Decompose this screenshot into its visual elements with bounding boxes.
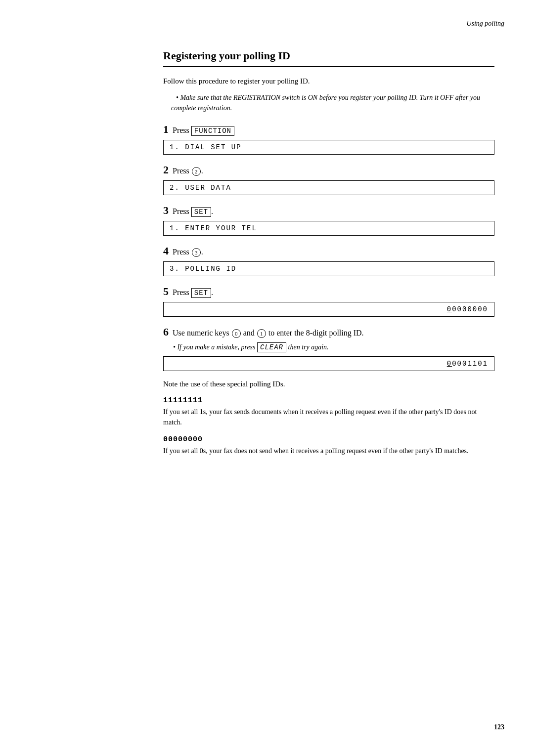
- step-5: 5 Press SET. 00000000: [163, 285, 494, 317]
- step-6-display: 00001101: [163, 356, 494, 371]
- special-ids-note: Note the use of these special polling ID…: [163, 380, 494, 388]
- registration-note: • Make sure that the REGISTRATION switch…: [171, 92, 494, 113]
- clear-key: CLEAR: [257, 342, 286, 352]
- page-title: Registering your polling ID: [163, 49, 494, 67]
- circle-2: 2: [192, 167, 201, 176]
- step-1: 1 Press FUNCTION 1. DIAL SET UP: [163, 123, 494, 155]
- special-ids-section: 11111111 If you set all 1s, your fax sen…: [163, 396, 494, 456]
- page-container: Using polling Registering your polling I…: [0, 0, 534, 756]
- step-6: 6 Use numeric keys 0 and 1 to enter the …: [163, 326, 494, 371]
- step-4-display-wrapper: 3. POLLING ID: [163, 261, 494, 276]
- step-3: 3 Press SET. 1. ENTER YOUR TEL: [163, 204, 494, 236]
- step-1-text: Press FUNCTION: [173, 126, 234, 136]
- step-1-number: 1: [163, 123, 169, 136]
- special-id-1-title: 11111111: [163, 396, 494, 405]
- step-1-header: 1 Press FUNCTION: [163, 123, 494, 136]
- content-area: Registering your polling ID Follow this …: [163, 20, 494, 456]
- step-1-display: 1. DIAL SET UP: [163, 140, 494, 155]
- step-4-header: 4 Press 3.: [163, 245, 494, 257]
- step-2-display: 2. USER DATA: [163, 180, 494, 195]
- step-2-display-wrapper: 2. USER DATA: [163, 180, 494, 195]
- step-1-display-wrapper: 1. DIAL SET UP: [163, 140, 494, 155]
- step-4-number: 4: [163, 245, 169, 257]
- circle-3: 3: [192, 248, 201, 257]
- special-id-1: 11111111 If you set all 1s, your fax sen…: [163, 396, 494, 427]
- step-4-display: 3. POLLING ID: [163, 261, 494, 276]
- step-4-text: Press 3.: [173, 248, 203, 257]
- section-title: Using polling: [466, 20, 504, 27]
- step-3-header: 3 Press SET.: [163, 204, 494, 217]
- step-2: 2 Press 2. 2. USER DATA: [163, 164, 494, 195]
- special-id-2: 00000000 If you set all 0s, your fax doe…: [163, 435, 494, 456]
- step-5-text: Press SET.: [173, 288, 213, 298]
- step-5-display: 00000000: [163, 302, 494, 317]
- step-6-subnote: • If you make a mistake, press CLEAR the…: [173, 342, 494, 352]
- step-3-display-wrapper: 1. ENTER YOUR TEL: [163, 221, 494, 236]
- set-key-3: SET: [191, 207, 211, 217]
- step-3-display: 1. ENTER YOUR TEL: [163, 221, 494, 236]
- special-id-1-desc: If you set all 1s, your fax sends docume…: [163, 407, 494, 427]
- step-3-number: 3: [163, 204, 169, 217]
- step-2-header: 2 Press 2.: [163, 164, 494, 176]
- step-2-number: 2: [163, 164, 169, 176]
- step-6-display-wrapper: 00001101: [163, 356, 494, 371]
- special-id-2-desc: If you set all 0s, your fax does not sen…: [163, 446, 494, 456]
- step-3-text: Press SET.: [173, 207, 213, 217]
- circle-0: 0: [232, 329, 241, 338]
- step-6-number: 6: [163, 326, 169, 338]
- step-6-header: 6 Use numeric keys 0 and 1 to enter the …: [163, 326, 494, 338]
- step-5-number: 5: [163, 285, 169, 298]
- step-5-underscored: 0: [447, 305, 452, 313]
- step-4: 4 Press 3. 3. POLLING ID: [163, 245, 494, 276]
- circle-1: 1: [257, 329, 266, 338]
- step-6-underscored: 0: [447, 360, 452, 368]
- step-5-display-wrapper: 00000000: [163, 302, 494, 317]
- special-id-2-title: 00000000: [163, 435, 494, 444]
- step-6-text: Use numeric keys 0 and 1 to enter the 8-…: [173, 329, 364, 338]
- intro-text: Follow this procedure to register your p…: [163, 77, 494, 85]
- page-number: 123: [494, 723, 504, 731]
- step-5-header: 5 Press SET.: [163, 285, 494, 298]
- section-header: Using polling: [466, 20, 504, 28]
- step-2-text: Press 2.: [173, 167, 203, 176]
- set-key-5: SET: [191, 288, 211, 298]
- function-key: FUNCTION: [191, 126, 234, 136]
